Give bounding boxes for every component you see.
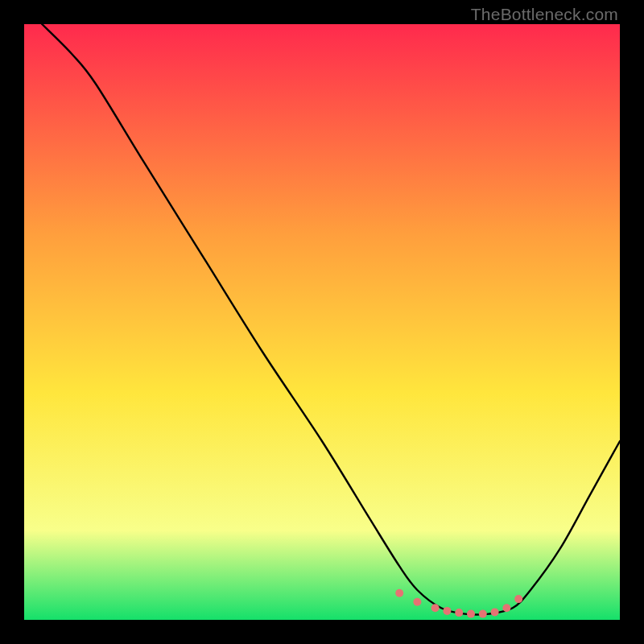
minimum-dot: [479, 610, 487, 618]
minimum-dot: [455, 609, 463, 617]
minimum-dot: [443, 607, 451, 615]
minimum-dot: [491, 608, 499, 616]
minimum-dot: [502, 604, 510, 612]
chart-container: [24, 24, 620, 620]
minimum-dot: [431, 604, 440, 612]
watermark-text: TheBottleneck.com: [471, 5, 618, 24]
minimum-dot: [395, 589, 403, 597]
chart-svg: [24, 24, 620, 620]
minimum-dot: [413, 598, 421, 606]
minimum-dot: [467, 610, 475, 618]
minimum-dot: [514, 595, 522, 603]
